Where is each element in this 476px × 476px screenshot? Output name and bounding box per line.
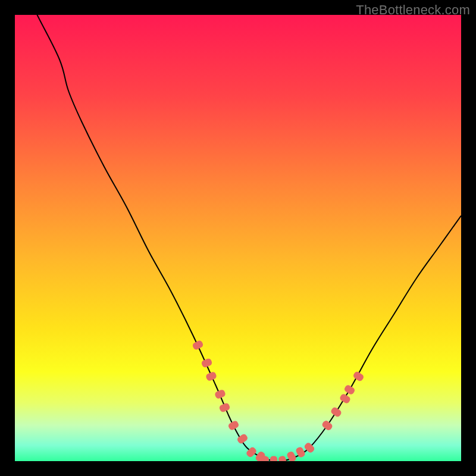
curve-layer bbox=[15, 15, 461, 461]
highlight-marker bbox=[330, 406, 343, 418]
highlight-marker bbox=[192, 340, 204, 350]
highlight-markers bbox=[192, 340, 365, 461]
highlight-marker bbox=[270, 456, 277, 462]
plot-area bbox=[15, 15, 461, 461]
highlight-marker bbox=[201, 358, 212, 368]
highlight-marker bbox=[343, 384, 356, 395]
highlight-marker bbox=[352, 371, 365, 382]
highlight-marker bbox=[278, 455, 287, 461]
highlight-marker bbox=[205, 371, 217, 382]
highlight-marker bbox=[339, 393, 352, 404]
chart-frame: TheBottleneck.com bbox=[0, 0, 476, 476]
highlight-marker bbox=[218, 402, 230, 413]
highlight-marker bbox=[227, 420, 240, 431]
watermark-text: TheBottleneck.com bbox=[356, 2, 470, 18]
highlight-marker bbox=[321, 419, 334, 431]
highlight-marker bbox=[214, 389, 226, 400]
bottleneck-curve bbox=[15, 15, 461, 461]
